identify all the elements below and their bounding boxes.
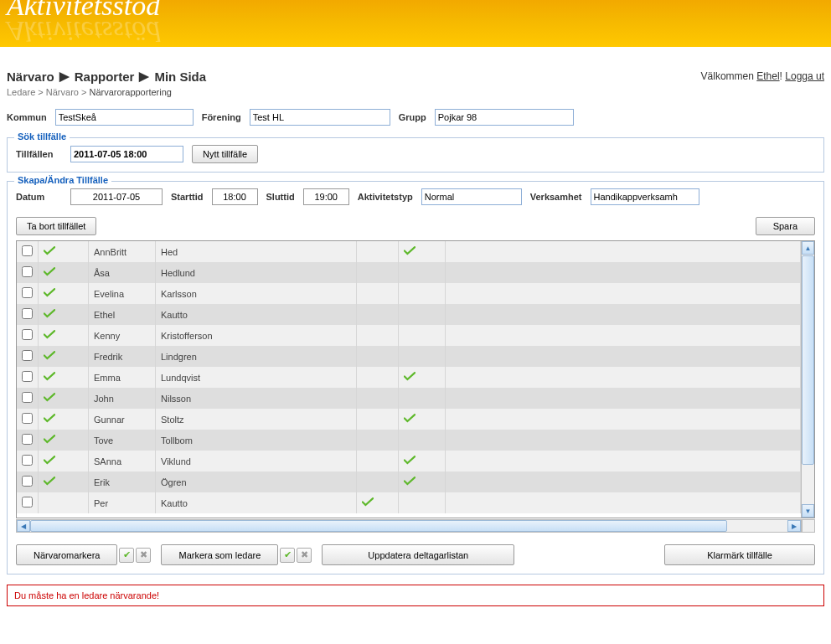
row-checkbox[interactable] — [22, 413, 33, 424]
last-name: Viklund — [156, 451, 357, 471]
datum-input[interactable] — [70, 188, 163, 205]
last-name: Stoltz — [156, 409, 357, 430]
scroll-left-icon[interactable]: ◀ — [17, 520, 30, 532]
row-checkbox[interactable] — [22, 434, 33, 445]
check-icon[interactable]: ✔ — [280, 548, 295, 563]
check-icon — [44, 309, 55, 318]
first-name: Per — [89, 492, 156, 513]
vertical-scrollbar[interactable]: ▲ ▼ — [801, 241, 814, 518]
table-row: ÅsaHedlund — [17, 262, 801, 283]
last-name: Lindgren — [156, 346, 357, 367]
check-icon — [362, 497, 374, 507]
check-icon — [44, 435, 55, 444]
forening-label: Förening — [202, 112, 241, 122]
first-name: Åsa — [89, 262, 156, 283]
crumb-ledare[interactable]: Ledare — [7, 87, 35, 97]
scroll-up-icon[interactable]: ▲ — [802, 241, 814, 255]
first-name: Evelina — [89, 283, 156, 304]
nav-minsida[interactable]: Min Sida — [154, 70, 206, 84]
horizontal-scrollbar[interactable]: ◀ ▶ — [16, 519, 802, 533]
logout-link[interactable]: Logga ut — [785, 70, 824, 82]
grupp-select[interactable]: Pojkar 98 — [435, 109, 574, 126]
nav-narvaro[interactable]: Närvaro — [7, 70, 54, 84]
last-name: Karlsson — [156, 283, 357, 304]
last-name: Kristofferson — [156, 325, 357, 346]
last-name: Lundqvist — [156, 367, 357, 388]
uppdatera-deltagarlistan-button[interactable]: Uppdatera deltagarlistan — [322, 544, 514, 565]
crumb-narvaro[interactable]: Närvaro — [46, 87, 79, 97]
table-row: SAnnaViklund — [17, 451, 801, 471]
nav-rapporter[interactable]: Rapporter — [75, 70, 135, 84]
row-checkbox[interactable] — [22, 287, 33, 298]
first-name: Gunnar — [89, 409, 156, 430]
skapa-andra-panel: Skapa/Ändra Tillfälle Datum Starttid Slu… — [7, 181, 824, 574]
sluttid-input[interactable] — [303, 188, 349, 205]
check-icon — [44, 267, 55, 276]
narvaromarkera-button[interactable]: Närvaromarkera — [16, 544, 117, 565]
check-icon[interactable]: ✔ — [119, 548, 134, 563]
check-icon — [44, 246, 55, 255]
scroll-right-icon[interactable]: ▶ — [787, 520, 801, 532]
scroll-down-icon[interactable]: ▼ — [802, 504, 814, 518]
row-checkbox[interactable] — [22, 329, 33, 340]
forening-select[interactable]: Test HL — [250, 109, 390, 126]
verksamhet-label: Verksamhet — [530, 192, 582, 202]
tabort-tillfallet-button[interactable]: Ta bort tillfället — [16, 217, 96, 235]
row-checkbox[interactable] — [22, 497, 33, 507]
table-row: EvelinaKarlsson — [17, 283, 801, 304]
nytt-tillfalle-button[interactable]: Nytt tillfälle — [192, 145, 258, 163]
chevron-right-icon: ▶ — [139, 69, 149, 84]
first-name: Ethel — [89, 304, 156, 325]
first-name: Tove — [89, 430, 156, 451]
table-row: JohnNilsson — [17, 388, 801, 409]
first-name: Fredrik — [89, 346, 156, 367]
first-name: AnnBritt — [89, 241, 156, 262]
tillfallen-select[interactable]: 2011-07-05 18:00 — [70, 146, 183, 162]
row-checkbox[interactable] — [22, 455, 33, 466]
aktivitetstyp-select[interactable]: Normal — [421, 188, 522, 205]
table-row: AnnBrittHed — [17, 241, 801, 262]
sok-legend: Sök tillfälle — [14, 131, 70, 142]
spara-button[interactable]: Spara — [756, 217, 815, 235]
kommun-select[interactable]: TestSkeå — [55, 109, 194, 126]
row-checkbox[interactable] — [22, 371, 33, 382]
sok-tillfalle-panel: Sök tillfälle Tillfällen 2011-07-05 18:0… — [7, 137, 824, 173]
row-checkbox[interactable] — [22, 350, 33, 361]
markera-som-ledare-button[interactable]: Markera som ledare — [161, 544, 278, 565]
table-row: ToveTollbom — [17, 430, 801, 451]
skapa-legend: Skapa/Ändra Tillfälle — [14, 175, 111, 185]
starttid-input[interactable] — [212, 188, 258, 205]
row-checkbox[interactable] — [22, 308, 33, 319]
check-icon — [404, 456, 416, 465]
sluttid-label: Sluttid — [266, 192, 295, 202]
first-name: Emma — [89, 367, 156, 388]
table-row: ErikÖgren — [17, 471, 801, 492]
klarmarkt-tillfalle-button[interactable]: Klarmärk tillfälle — [664, 544, 815, 565]
cancel-icon[interactable]: ✖ — [297, 548, 312, 563]
table-row: GunnarStoltz — [17, 409, 801, 430]
verksamhet-select[interactable]: Handikappverksamh — [591, 188, 699, 205]
row-checkbox[interactable] — [22, 245, 33, 256]
first-name: SAnna — [89, 451, 156, 471]
grupp-label: Grupp — [399, 112, 426, 122]
last-name: Ögren — [156, 471, 357, 492]
check-icon — [44, 414, 55, 423]
scroll-thumb-h[interactable] — [30, 520, 727, 532]
row-checkbox[interactable] — [22, 392, 33, 403]
participant-table: AnnBrittHedÅsaHedlundEvelinaKarlssonEthe… — [16, 240, 815, 518]
datum-label: Datum — [16, 192, 62, 202]
cancel-icon[interactable]: ✖ — [136, 548, 151, 563]
user-link[interactable]: Ethel — [756, 70, 779, 82]
last-name: Kautto — [156, 304, 357, 325]
scroll-thumb[interactable] — [802, 255, 814, 465]
crumb-current: Närvarorapportering — [89, 87, 171, 97]
row-checkbox[interactable] — [22, 476, 33, 487]
main-nav: Närvaro ▶ Rapporter ▶ Min Sida — [7, 69, 206, 84]
table-row: KennyKristofferson — [17, 325, 801, 346]
table-row: PerKautto — [17, 492, 801, 513]
first-name: John — [89, 388, 156, 409]
row-checkbox[interactable] — [22, 266, 33, 277]
check-icon — [404, 477, 416, 486]
check-icon — [404, 372, 416, 381]
last-name: Hedlund — [156, 262, 357, 283]
